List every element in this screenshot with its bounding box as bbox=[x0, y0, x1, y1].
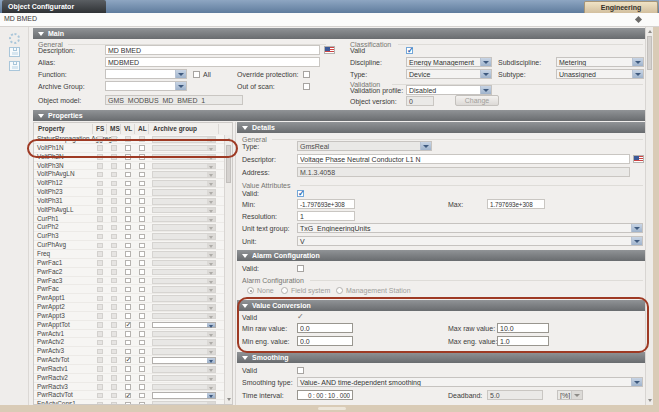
al-checkbox[interactable] bbox=[139, 225, 145, 231]
min-raw-value-input[interactable] bbox=[297, 323, 353, 333]
resolution-input[interactable] bbox=[297, 211, 355, 221]
subdiscipline-dropdown[interactable]: Metering bbox=[556, 57, 644, 67]
archive-group-dropdown[interactable] bbox=[152, 392, 216, 399]
form-scrollbar[interactable] bbox=[645, 27, 653, 405]
vl-checkbox[interactable] bbox=[125, 269, 131, 275]
pin-icon[interactable] bbox=[635, 16, 642, 23]
property-row[interactable]: CurPhAvg bbox=[34, 241, 224, 250]
vl-checkbox[interactable] bbox=[125, 322, 131, 328]
vl-checkbox[interactable] bbox=[125, 331, 131, 337]
al-checkbox[interactable] bbox=[139, 269, 145, 275]
al-checkbox[interactable] bbox=[139, 366, 145, 372]
function-dropdown[interactable] bbox=[105, 69, 187, 79]
vl-checkbox[interactable] bbox=[125, 172, 131, 178]
unit-dropdown[interactable]: V bbox=[297, 236, 643, 246]
smoothing-type-dropdown[interactable]: Value- AND time-dependent smoothing bbox=[297, 377, 643, 387]
language-flag-icon[interactable] bbox=[324, 46, 335, 54]
al-checkbox[interactable] bbox=[139, 189, 145, 195]
al-checkbox[interactable] bbox=[139, 234, 145, 240]
engineering-button[interactable]: Engineering bbox=[584, 1, 658, 13]
property-row[interactable]: PwrRactv1 bbox=[34, 365, 224, 374]
al-checkbox[interactable] bbox=[139, 375, 145, 381]
description-input[interactable] bbox=[105, 45, 320, 55]
save-all-icon[interactable] bbox=[9, 61, 20, 71]
vl-checkbox[interactable] bbox=[125, 375, 131, 381]
vl-checkbox[interactable] bbox=[125, 393, 131, 399]
al-checkbox[interactable] bbox=[139, 154, 145, 160]
save-icon[interactable] bbox=[9, 47, 20, 57]
vl-checkbox[interactable] bbox=[125, 366, 131, 372]
scrollbar-thumb[interactable] bbox=[647, 36, 652, 70]
vl-checkbox[interactable] bbox=[125, 402, 131, 404]
al-checkbox[interactable] bbox=[139, 349, 145, 355]
archive-group-dropdown[interactable] bbox=[152, 357, 216, 364]
al-checkbox[interactable] bbox=[139, 287, 145, 293]
vl-checkbox[interactable] bbox=[125, 189, 131, 195]
al-checkbox[interactable] bbox=[139, 296, 145, 302]
classification-valid-checkbox[interactable] bbox=[406, 47, 413, 54]
al-checkbox[interactable] bbox=[139, 278, 145, 284]
property-row[interactable]: PwrActv1 bbox=[34, 330, 224, 339]
min-input[interactable] bbox=[297, 199, 355, 209]
column-header-vl[interactable]: VL bbox=[124, 123, 132, 135]
property-row[interactable]: VoltPh1N bbox=[34, 144, 224, 153]
property-row[interactable]: PwrApptTot bbox=[34, 321, 224, 330]
override-protection-checkbox[interactable] bbox=[303, 71, 310, 78]
property-row[interactable]: PwrAppt3 bbox=[34, 312, 224, 321]
discipline-dropdown[interactable]: Energy Management bbox=[406, 57, 492, 67]
max-eng-value-input[interactable] bbox=[497, 336, 549, 346]
alias-input[interactable] bbox=[105, 57, 320, 67]
vl-checkbox[interactable] bbox=[125, 313, 131, 319]
value-conversion-valid-check[interactable] bbox=[297, 314, 304, 321]
property-row[interactable]: VoltPh23 bbox=[34, 188, 224, 197]
vl-checkbox[interactable] bbox=[125, 384, 131, 390]
archive-group-dropdown[interactable] bbox=[152, 322, 216, 329]
property-row[interactable]: PwrFac3 bbox=[34, 277, 224, 286]
settings-icon[interactable] bbox=[9, 33, 20, 44]
property-row[interactable]: VoltPhAvgLL bbox=[34, 206, 224, 215]
al-checkbox[interactable] bbox=[139, 402, 145, 404]
al-checkbox[interactable] bbox=[139, 163, 145, 169]
vl-checkbox[interactable] bbox=[125, 251, 131, 257]
vl-checkbox[interactable] bbox=[125, 349, 131, 355]
al-checkbox[interactable] bbox=[139, 260, 145, 266]
properties-section-header[interactable]: Properties bbox=[33, 110, 645, 121]
vl-checkbox[interactable] bbox=[125, 163, 131, 169]
subtype-dropdown[interactable]: Unassigned bbox=[556, 69, 644, 79]
max-raw-value-input[interactable] bbox=[497, 323, 549, 333]
property-row[interactable]: CurPh1 bbox=[34, 215, 224, 224]
al-checkbox[interactable] bbox=[139, 384, 145, 390]
property-row[interactable]: VoltPh2N bbox=[34, 153, 224, 162]
vl-checkbox[interactable] bbox=[125, 243, 131, 249]
property-row[interactable]: VoltPh3N bbox=[34, 162, 224, 171]
al-checkbox[interactable] bbox=[139, 340, 145, 346]
vl-checkbox[interactable] bbox=[125, 225, 131, 231]
unit-text-group-dropdown[interactable]: TxG_EngineeringUnits bbox=[297, 223, 643, 233]
vl-checkbox[interactable] bbox=[125, 216, 131, 222]
property-row[interactable]: PwrFac1 bbox=[34, 259, 224, 268]
column-header-fs[interactable]: FS bbox=[96, 123, 104, 135]
alarm-configuration-section-header[interactable]: Alarm Configuration bbox=[237, 250, 645, 261]
vl-checkbox[interactable] bbox=[125, 207, 131, 213]
al-checkbox[interactable] bbox=[139, 181, 145, 187]
property-row[interactable]: VoltPhAvgLN bbox=[34, 170, 224, 179]
descriptor-flag-icon[interactable] bbox=[633, 155, 644, 163]
scroll-up-icon[interactable] bbox=[648, 30, 652, 33]
property-row[interactable]: PwrRactv3 bbox=[34, 383, 224, 392]
al-checkbox[interactable] bbox=[139, 198, 145, 204]
value-conversion-section-header[interactable]: Value Conversion bbox=[237, 300, 645, 311]
al-checkbox[interactable] bbox=[139, 331, 145, 337]
validation-profile-dropdown[interactable]: Disabled bbox=[406, 85, 492, 95]
property-row[interactable]: StatusPropagation.Aggregat bbox=[34, 135, 224, 144]
app-tab[interactable]: Object Configurator bbox=[2, 0, 106, 13]
vl-checkbox[interactable] bbox=[125, 198, 131, 204]
alarm-valid-checkbox[interactable] bbox=[297, 265, 304, 272]
al-checkbox[interactable] bbox=[139, 304, 145, 310]
scrollbar-thumb[interactable] bbox=[226, 145, 231, 183]
all-checkbox[interactable] bbox=[193, 71, 200, 78]
property-row[interactable]: PwrAppt2 bbox=[34, 303, 224, 312]
property-row[interactable]: PwrFac2 bbox=[34, 268, 224, 277]
min-eng-value-input[interactable] bbox=[297, 336, 353, 346]
vl-checkbox[interactable] bbox=[125, 260, 131, 266]
property-row[interactable]: PwrActvTot bbox=[34, 356, 224, 365]
